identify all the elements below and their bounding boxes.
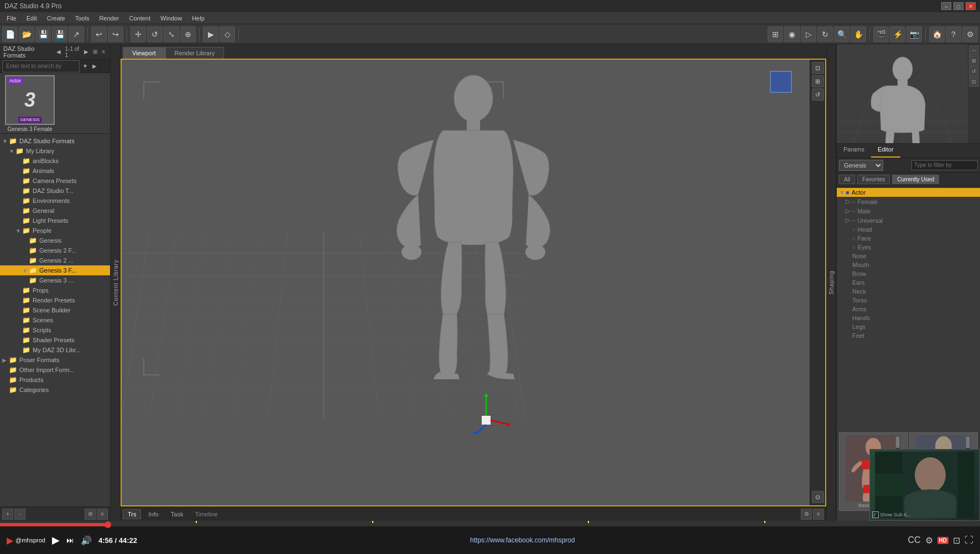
mini-tb-btn-4[interactable]: ⊡ [969, 77, 979, 87]
remove-item-button[interactable]: - [14, 509, 25, 520]
tree-mydaz3d[interactable]: 📁 My DAZ 3D Libr... [0, 345, 110, 355]
close-button[interactable]: ✕ [966, 2, 976, 10]
tree-mylibrary[interactable]: ▼ 📁 My Library [0, 146, 110, 156]
timeline-settings[interactable]: ⚙ [801, 509, 812, 520]
search-options[interactable]: ▼ [81, 62, 90, 70]
scene-eyes[interactable]: ○ Eyes [837, 243, 980, 252]
menu-render[interactable]: Render [95, 14, 123, 23]
scene-female[interactable]: ▷ ○ Female [837, 197, 980, 206]
filter-favorites[interactable]: Favorites [857, 175, 890, 184]
search-go[interactable]: ▶ [91, 62, 98, 70]
save-button[interactable]: 💾 [35, 27, 51, 42]
mini-tb-btn-1[interactable]: ↔ [969, 45, 979, 55]
menu-tools[interactable]: Tools [71, 14, 94, 23]
minimize-button[interactable]: – [941, 2, 951, 10]
volume-button[interactable]: 🔊 [81, 535, 92, 546]
scene-torso[interactable]: Torso [837, 296, 980, 305]
grid-button[interactable]: ⊞ [768, 27, 783, 42]
redo-button[interactable]: ↪ [108, 27, 123, 42]
tree-daz-studio-t[interactable]: 📁 DAZ Studio T... [0, 186, 110, 196]
menu-edit[interactable]: Edit [22, 14, 41, 23]
genesis-dropdown[interactable]: Genesis Genesis 2 Genesis 3 [839, 160, 883, 171]
render-button[interactable]: 🎬 [873, 27, 889, 42]
scene-search-input[interactable] [911, 160, 978, 170]
cursor-button[interactable]: ▷ [801, 27, 816, 42]
scene-legs[interactable]: Legs [837, 322, 980, 331]
scene-actor[interactable]: ▼ ■ Actor [837, 188, 980, 197]
progress-bar[interactable] [0, 523, 980, 526]
pan-button[interactable]: ✋ [851, 27, 866, 42]
tree-camera-presets[interactable]: 📁 Camera Presets [0, 176, 110, 186]
question-button[interactable]: ? [946, 27, 961, 42]
filter-all[interactable]: All [839, 175, 855, 184]
scale-button[interactable]: ⤡ [164, 27, 179, 42]
left-panel-list-view[interactable]: ≡ [97, 509, 108, 520]
scene-male[interactable]: ▷ ○ Male [837, 206, 980, 216]
camera-button[interactable]: 📷 [906, 27, 922, 42]
undo-button[interactable]: ↩ [91, 27, 107, 42]
scene-universal[interactable]: ▷ ○ Universal [837, 216, 980, 225]
iray-button[interactable]: ⚡ [890, 27, 905, 42]
view-toggle[interactable]: ⊞ [91, 48, 99, 55]
view-toggle[interactable]: ⊙ [812, 491, 824, 503]
tree-props[interactable]: 📁 Props [0, 285, 110, 295]
fullscreen-button[interactable]: ⛶ [965, 535, 973, 545]
timeline-list[interactable]: ≡ [813, 509, 824, 520]
nav-back[interactable]: ◀ [55, 48, 62, 55]
timeline-trs-tab[interactable]: Trs [123, 509, 141, 519]
miniplayer-button[interactable]: ⊡ [953, 535, 960, 546]
progress-handle[interactable] [105, 521, 111, 528]
new-file-button[interactable]: 📄 [2, 27, 18, 42]
export-button[interactable]: ↗ [69, 27, 84, 42]
tree-other-import[interactable]: 📁 Other Import Form... [0, 365, 110, 375]
scene-hands[interactable]: Hands [837, 313, 980, 322]
menu-help[interactable]: Help [187, 14, 209, 23]
tree-genesis[interactable]: 📁 Genesis [0, 236, 110, 245]
home-button[interactable]: 🏠 [929, 27, 945, 42]
scene-head[interactable]: ○ Head [837, 225, 980, 234]
genesis3-female-thumb[interactable]: Actor 3 GENESIS Genesis 3 Female [2, 75, 58, 132]
viewport-canvas[interactable]: ⊡ ⊞ ↺ ⊙ [122, 60, 825, 505]
subtitle-checkbox[interactable]: ✓ [872, 511, 879, 518]
tree-scripts[interactable]: 📁 Scripts [0, 325, 110, 335]
shaping-tab[interactable]: Shaping [828, 270, 835, 295]
frame-all[interactable]: ⊞ [812, 75, 824, 87]
frame-selected[interactable]: ⊡ [812, 62, 824, 74]
tree-scenes[interactable]: 📁 Scenes [0, 315, 110, 325]
tree-render-presets[interactable]: 📁 Render Presets [0, 295, 110, 305]
save-as-button[interactable]: 💾 [52, 27, 67, 42]
tree-categories[interactable]: 📁 Categories [0, 385, 110, 395]
sphere-button[interactable]: ◉ [784, 27, 800, 42]
viewport-tab[interactable]: Viewport [123, 47, 165, 59]
timeline-info-tab[interactable]: Info [143, 509, 163, 519]
menu-file[interactable]: File [2, 14, 21, 23]
select-button[interactable]: ▶ [203, 27, 218, 42]
rotate-button[interactable]: ↺ [147, 27, 163, 42]
tree-aniblocks[interactable]: 📁 aniBlocks [0, 156, 110, 166]
play-button[interactable]: ▶ [52, 534, 60, 546]
next-button[interactable]: ⏭ [66, 536, 74, 545]
tree-products[interactable]: 📁 Products [0, 375, 110, 385]
scene-ears[interactable]: Ears [837, 278, 980, 287]
tree-poser-formats[interactable]: ▶ 📁 Poser Formats [0, 355, 110, 365]
maximize-button[interactable]: □ [953, 2, 963, 10]
timeline-task-tab[interactable]: Task [166, 509, 189, 519]
universal-button[interactable]: ⊕ [180, 27, 196, 42]
add-item-button[interactable]: + [2, 509, 13, 520]
list-toggle[interactable]: ≡ [100, 48, 107, 55]
scene-neck[interactable]: Neck [837, 287, 980, 296]
tree-root-daz[interactable]: ▼ 📁 DAZ Studio Formats [0, 136, 110, 146]
mini-tb-btn-2[interactable]: ⊞ [969, 56, 979, 66]
mini-tb-btn-3[interactable]: ↺ [969, 66, 979, 76]
view-reset[interactable]: ↺ [812, 88, 824, 101]
tree-scene-builder[interactable]: 📁 Scene Builder [0, 305, 110, 315]
scene-mouth[interactable]: Mouth [837, 260, 980, 269]
geometry-button[interactable]: ◇ [220, 27, 235, 42]
tree-genesis3f[interactable]: ▼ 📁 Genesis 3 F... [0, 265, 110, 275]
tree-people[interactable]: ▼ 📁 People [0, 226, 110, 236]
tree-general[interactable]: 📁 General [0, 206, 110, 216]
menu-window[interactable]: Window [156, 14, 186, 23]
tree-genesis2[interactable]: 📁 Genesis 2 ... [0, 255, 110, 265]
subtitle-toggle[interactable]: ✓ Show Sub ti... [872, 511, 911, 518]
rotate2-button[interactable]: ↻ [817, 27, 833, 42]
